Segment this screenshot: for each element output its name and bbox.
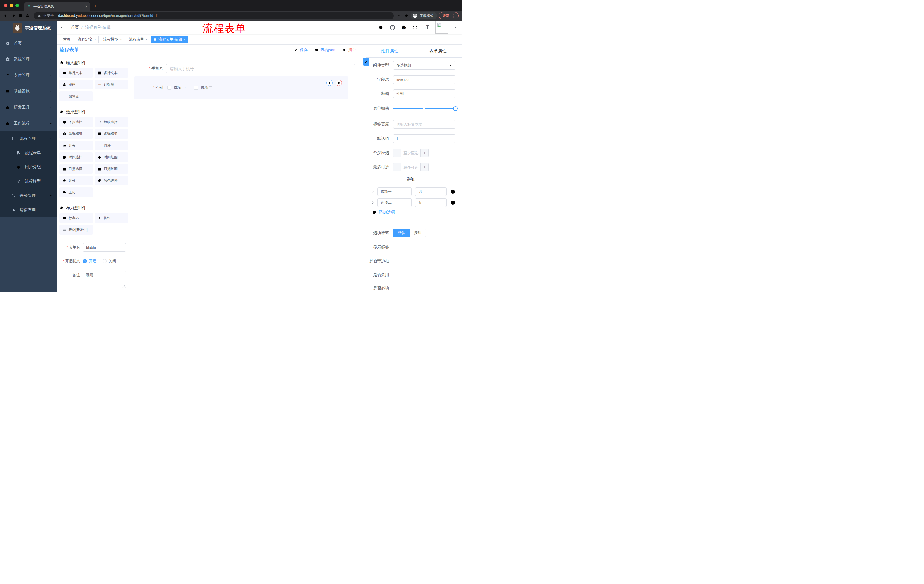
password-key-icon[interactable] [398, 13, 402, 18]
breadcrumb-home[interactable]: 首页 [71, 25, 79, 30]
tag-close-icon[interactable]: × [94, 38, 96, 41]
not-secure-label[interactable]: 不安全 [43, 13, 54, 18]
component-type-select[interactable]: 多选框组 [393, 61, 455, 70]
form-canvas[interactable]: *手机号 *性别 选项一 选项二 [131, 56, 366, 292]
option-2-value-input[interactable] [415, 198, 447, 207]
browser-tab[interactable]: 芋道管理系统 × [24, 2, 90, 11]
add-option-button[interactable]: 添加选项 [366, 210, 455, 215]
collapse-sidebar-icon[interactable] [60, 25, 66, 30]
default-value-input[interactable] [393, 134, 455, 143]
stepper-decrease-button[interactable]: − [393, 163, 401, 171]
sidebar-item-task-manage[interactable]: 任务管理 [0, 189, 57, 203]
avatar-caret-down-icon[interactable] [454, 26, 457, 29]
checkbox-box[interactable] [194, 86, 198, 90]
bookmark-star-icon[interactable] [404, 13, 409, 18]
checkbox-box[interactable] [167, 86, 171, 90]
component-item-single-text[interactable]: 单行文本 [59, 68, 93, 78]
component-item-cascader[interactable]: 级联选择 [95, 117, 128, 127]
page-url[interactable]: dashboard.yudao.iocoder.cn/bpm/manager/f… [58, 14, 159, 18]
delete-component-button[interactable] [336, 80, 342, 86]
status-radio-closed[interactable]: 关闭 [102, 258, 116, 264]
stepper-increase-button[interactable]: + [420, 149, 428, 157]
reload-icon[interactable] [18, 13, 23, 18]
option-1-label-input[interactable] [377, 188, 412, 196]
tag-close-icon[interactable]: × [120, 38, 122, 41]
tag-home[interactable]: 首页 [60, 36, 73, 43]
gender-option-1[interactable]: 选项一 [167, 85, 186, 90]
home-icon[interactable] [25, 13, 30, 18]
tag-process-form[interactable]: 流程表单× [126, 36, 150, 43]
update-browser-button[interactable]: 更新 ⋮ [439, 12, 459, 20]
title-input[interactable] [393, 89, 455, 98]
component-item-color-picker[interactable]: 颜色选择 [95, 176, 128, 186]
max-select-input[interactable] [401, 163, 420, 171]
component-item-upload[interactable]: 上传 [59, 188, 93, 197]
tag-close-icon[interactable]: × [145, 38, 147, 41]
component-item-time-picker[interactable]: 时间选择 [59, 152, 93, 162]
canvas-field-gender-selected[interactable]: *性别 选项一 选项二 [134, 76, 348, 99]
window-zoom-button[interactable] [15, 4, 19, 7]
tab-form-props[interactable]: 表单属性 [414, 44, 462, 58]
sidebar-item-devtools[interactable]: 研发工具 [0, 99, 57, 115]
window-minimize-button[interactable] [10, 4, 13, 7]
component-item-rate[interactable]: 评分 [59, 176, 93, 186]
view-json-button[interactable]: 查看json [315, 48, 335, 53]
component-item-button[interactable]: 按钮 [95, 213, 128, 223]
component-item-date-picker[interactable]: 日期选择 [59, 164, 93, 174]
tag-close-icon[interactable]: × [184, 38, 186, 41]
sidebar-item-process-model[interactable]: 流程模型 [0, 174, 57, 189]
window-close-button[interactable] [4, 4, 7, 7]
sidebar-item-process-manage[interactable]: 流程管理 [0, 132, 57, 146]
component-item-password[interactable]: 密码 [59, 80, 93, 89]
tag-process-definition[interactable]: 流程定义× [74, 36, 99, 43]
gender-option-2[interactable]: 选项二 [194, 85, 213, 90]
tag-process-form-edit[interactable]: 流程表单-编辑× [151, 36, 188, 43]
option-1-value-input[interactable] [415, 188, 447, 196]
label-width-input[interactable] [393, 120, 455, 128]
tab-close-icon[interactable]: × [85, 4, 87, 9]
fullscreen-icon[interactable] [412, 25, 418, 30]
save-button[interactable]: 保存 [294, 48, 308, 53]
font-size-icon[interactable] [423, 24, 430, 31]
sidebar-item-process-form[interactable]: 流程表单 [0, 146, 57, 160]
component-item-switch[interactable]: 开关 [59, 141, 93, 150]
form-name-input[interactable] [83, 243, 126, 252]
component-item-slider[interactable]: 滑块 [95, 141, 128, 150]
sidebar-item-payment[interactable]: 支付管理 [0, 67, 57, 84]
component-item-row-container[interactable]: 行容器 [59, 213, 93, 223]
component-item-multi-text[interactable]: 多行文本 [95, 68, 128, 78]
remove-option-icon[interactable] [450, 189, 456, 194]
clear-button[interactable]: 清空 [342, 48, 356, 53]
help-icon[interactable] [401, 25, 406, 30]
duplicate-component-button[interactable] [327, 80, 333, 86]
component-item-checkbox-group[interactable]: 多选框组 [95, 129, 128, 138]
sidebar-item-workflow[interactable]: 工作流程 [0, 115, 57, 132]
stepper-decrease-button[interactable]: − [393, 149, 401, 157]
address-bar[interactable]: 不安全 dashboard.yudao.iocoder.cn/bpm/manag… [34, 12, 394, 20]
sidebar-item-home[interactable]: 首页 [0, 35, 57, 51]
field-name-input[interactable] [393, 76, 455, 84]
tag-process-model[interactable]: 流程模型× [100, 36, 124, 43]
component-item-editor[interactable]: 编辑器 [59, 91, 93, 101]
new-tab-button[interactable]: + [94, 3, 97, 9]
sidebar-item-system[interactable]: 系统管理 [0, 51, 57, 67]
search-icon[interactable] [378, 25, 384, 30]
sidebar-item-leave-query[interactable]: 请假查询 [0, 203, 57, 217]
drag-handle-icon[interactable] [371, 189, 376, 194]
forward-icon[interactable] [11, 13, 16, 18]
style-default-button[interactable]: 默认 [393, 229, 410, 237]
tab-component-props[interactable]: 组件属性 [366, 44, 414, 58]
stepper-increase-button[interactable]: + [420, 163, 428, 171]
sidebar-item-infra[interactable]: 基础设施 [0, 84, 57, 99]
canvas-field-phone[interactable]: *手机号 [131, 64, 355, 73]
resize-handle-icon[interactable] [122, 285, 125, 288]
field-link-toggle[interactable] [363, 58, 369, 66]
avatar[interactable] [436, 21, 448, 34]
sidebar-item-user-group[interactable]: 用户分组 [0, 160, 57, 174]
slider-handle[interactable] [453, 106, 458, 111]
slider-track[interactable] [393, 108, 455, 109]
github-icon[interactable] [389, 25, 395, 31]
component-item-counter[interactable]: 计数器 [95, 80, 128, 89]
back-icon[interactable] [3, 13, 8, 18]
component-item-radio-group[interactable]: 单选框组 [59, 129, 93, 138]
